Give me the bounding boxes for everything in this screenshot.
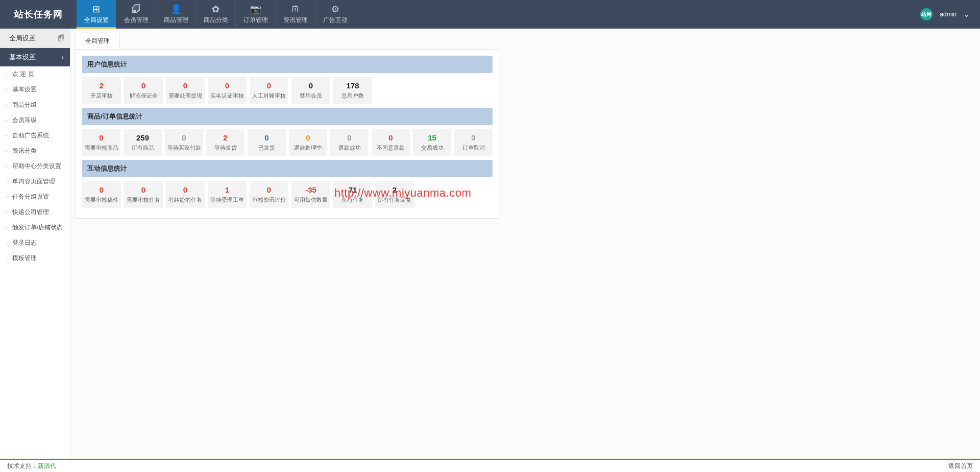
stats-panel: 用户信息统计2开店审核0解冻保证金0需要处理提现0实名认证审核0人工对账审核0禁… bbox=[76, 49, 499, 219]
sidebar-item-2[interactable]: 商品分组 bbox=[0, 97, 70, 112]
stat-value: 71 bbox=[334, 185, 371, 194]
calendar-icon[interactable]: 🗐 bbox=[58, 34, 65, 42]
sidebar-item-5[interactable]: 资讯分类 bbox=[0, 143, 70, 158]
stat-card[interactable]: 0实名认证审核 bbox=[208, 77, 247, 104]
footer-support: 技术支持：新源代 bbox=[7, 462, 56, 470]
nav-items: ⊞全局设置🗐会员管理👤商品管理✿商品分类📷订单管理🗓资讯管理⚙广告互动 bbox=[77, 0, 355, 29]
stat-card[interactable]: 0已发货 bbox=[248, 129, 286, 156]
stat-card[interactable]: 0禁用会员 bbox=[291, 77, 330, 104]
nav-icon: 📷 bbox=[250, 5, 261, 14]
stat-row: 0需要审核商品259所有商品0等待买家付款2等待发货0已发货0退款处理中0退款成… bbox=[82, 129, 493, 156]
stat-label: 订单取消 bbox=[455, 144, 492, 152]
stat-card[interactable]: 15交易成功 bbox=[413, 129, 451, 156]
stat-card[interactable]: 0退款成功 bbox=[330, 129, 369, 156]
stat-label: 有纠纷的任务 bbox=[167, 196, 204, 204]
stat-label: 需要审核商品 bbox=[83, 144, 119, 152]
sidebar-item-8[interactable]: 任务分组设置 bbox=[0, 189, 70, 204]
stat-card[interactable]: 0需要审核商品 bbox=[82, 129, 120, 156]
stat-card[interactable]: 0需要处理提现 bbox=[166, 77, 205, 104]
stat-card[interactable]: 0退款处理中 bbox=[289, 129, 327, 156]
nav-label: 商品分类 bbox=[204, 16, 228, 25]
nav-item-2[interactable]: 👤商品管理 bbox=[156, 0, 196, 29]
stat-value: 0 bbox=[290, 133, 326, 142]
sidebar-item-3[interactable]: 会员等级 bbox=[0, 112, 70, 128]
nav-label: 商品管理 bbox=[164, 16, 188, 25]
sidebar-item-1[interactable]: 基本设置 bbox=[0, 82, 70, 97]
stat-value: 0 bbox=[373, 133, 409, 142]
sidebar-item-0[interactable]: 欢 迎 页 bbox=[0, 66, 70, 82]
stat-label: 开店审核 bbox=[83, 92, 120, 100]
stat-value: 0 bbox=[125, 81, 162, 90]
stat-label: 需要审核稿件 bbox=[83, 196, 120, 204]
stat-card[interactable]: 259所有商品 bbox=[124, 129, 162, 156]
stat-value: 0 bbox=[167, 81, 204, 90]
stat-value: 0 bbox=[331, 133, 368, 142]
stat-card[interactable]: 71所有任务 bbox=[333, 181, 372, 208]
stat-card[interactable]: -35可用短信数量 bbox=[291, 181, 330, 208]
main-content: 全局管理 用户信息统计2开店审核0解冻保证金0需要处理提现0实名认证审核0人工对… bbox=[70, 29, 980, 459]
user-badge-icon[interactable]: 站网 bbox=[920, 8, 933, 20]
stat-card[interactable]: 0等待买家付款 bbox=[165, 129, 203, 156]
nav-item-5[interactable]: 🗓资讯管理 bbox=[276, 0, 315, 29]
sidebar-item-9[interactable]: 快递公司管理 bbox=[0, 204, 70, 220]
stat-value: 15 bbox=[414, 133, 450, 142]
stat-label: 退款成功 bbox=[331, 144, 368, 152]
stat-label: 已发货 bbox=[249, 144, 285, 152]
stat-value: 0 bbox=[166, 133, 202, 142]
nav-item-6[interactable]: ⚙广告互动 bbox=[315, 0, 355, 29]
sidebar-item-12[interactable]: 模板管理 bbox=[0, 250, 70, 266]
chevron-right-icon: › bbox=[61, 53, 64, 61]
footer: 技术支持：新源代 返回首页 bbox=[0, 459, 980, 472]
nav-icon: ⚙ bbox=[331, 5, 339, 14]
nav-item-4[interactable]: 📷订单管理 bbox=[236, 0, 276, 29]
stat-card[interactable]: 0需要审核任务 bbox=[124, 181, 163, 208]
stat-label: 所有任务回复 bbox=[376, 196, 413, 204]
stat-card[interactable]: 2开店审核 bbox=[82, 77, 121, 104]
stat-label: 所有商品 bbox=[125, 144, 161, 152]
stat-card[interactable]: 2等待发货 bbox=[206, 129, 244, 156]
stat-card[interactable]: 0审核资讯评价 bbox=[250, 181, 288, 208]
sidebar-item-11[interactable]: 登录日志 bbox=[0, 235, 70, 250]
stat-card[interactable]: 1等待受理工单 bbox=[208, 181, 247, 208]
nav-icon: 👤 bbox=[170, 5, 182, 14]
nav-item-1[interactable]: 🗐会员管理 bbox=[116, 0, 156, 29]
stat-card[interactable]: 0有纠纷的任务 bbox=[166, 181, 205, 208]
stat-value: 2 bbox=[83, 81, 120, 90]
nav-label: 会员管理 bbox=[124, 16, 149, 25]
sidebar-item-10[interactable]: 触发订单/店铺状态 bbox=[0, 220, 70, 235]
logo[interactable]: 站长任务网 bbox=[0, 0, 77, 29]
stat-card[interactable]: 3订单取消 bbox=[454, 129, 493, 156]
sidebar-group[interactable]: 基本设置 › bbox=[0, 48, 70, 66]
nav-item-0[interactable]: ⊞全局设置 bbox=[77, 0, 116, 29]
stat-label: 审核资讯评价 bbox=[251, 196, 287, 204]
chevron-down-icon[interactable]: ⌄ bbox=[964, 10, 970, 18]
nav-label: 资讯管理 bbox=[283, 16, 308, 25]
nav-icon: 🗐 bbox=[132, 5, 141, 14]
sidebar-title: 全局设置 bbox=[9, 34, 36, 43]
stat-value: 0 bbox=[83, 133, 119, 142]
user-name[interactable]: admin bbox=[940, 11, 957, 18]
tab-bar: 全局管理 bbox=[76, 33, 975, 49]
stat-card[interactable]: 0不同意退款 bbox=[372, 129, 410, 156]
nav-label: 全局设置 bbox=[84, 16, 109, 25]
footer-support-link[interactable]: 新源代 bbox=[38, 462, 56, 469]
stat-value: 0 bbox=[251, 81, 287, 90]
stat-card[interactable]: 0需要审核稿件 bbox=[82, 181, 121, 208]
stat-value: 0 bbox=[209, 81, 246, 90]
stat-label: 等待受理工单 bbox=[209, 196, 246, 204]
sidebar-item-7[interactable]: 单内容页面管理 bbox=[0, 174, 70, 189]
user-area: 站网 admin ⌄ bbox=[910, 0, 980, 29]
sidebar-item-4[interactable]: 自助广告系统 bbox=[0, 128, 70, 143]
stat-card[interactable]: 2所有任务回复 bbox=[375, 181, 414, 208]
footer-return-home[interactable]: 返回首页 bbox=[948, 462, 973, 470]
nav-item-3[interactable]: ✿商品分类 bbox=[196, 0, 236, 29]
stat-label: 禁用会员 bbox=[292, 92, 329, 100]
stat-value: -35 bbox=[292, 185, 329, 194]
tab-global-manage[interactable]: 全局管理 bbox=[76, 33, 119, 49]
stat-card[interactable]: 178总用户数 bbox=[333, 77, 372, 104]
sidebar-item-6[interactable]: 帮助中心分类设置 bbox=[0, 158, 70, 174]
stat-card[interactable]: 0解冻保证金 bbox=[124, 77, 163, 104]
stat-value: 0 bbox=[83, 185, 120, 194]
stat-card[interactable]: 0人工对账审核 bbox=[250, 77, 288, 104]
stat-label: 解冻保证金 bbox=[125, 92, 162, 100]
